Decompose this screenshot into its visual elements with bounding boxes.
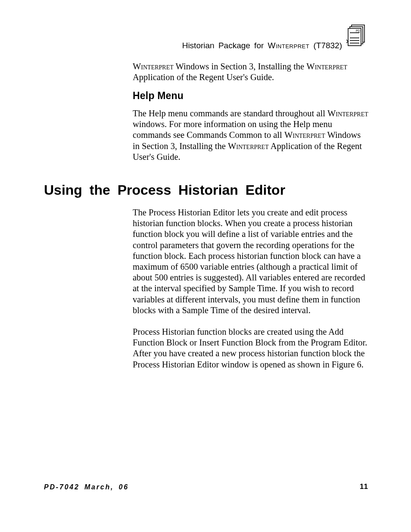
help-menu-heading: Help Menu (133, 90, 184, 102)
intro-paragraph-continuation: Winterpret Windows in Section 3, Install… (133, 61, 369, 83)
section-heading: Using the Process Historian Editor (44, 182, 285, 198)
running-header-text-post: (T7832) (309, 41, 342, 50)
running-header-text-pre: Historian Package for (182, 41, 268, 50)
smallcaps-winterpret: Winterpret (327, 109, 368, 118)
help-menu-paragraph: The Help menu commands are standard thro… (133, 108, 369, 162)
footer-page-number: 11 (360, 482, 368, 491)
pd-icon-label: PD (356, 29, 360, 32)
smallcaps-winterpret: Winterpret (133, 62, 174, 71)
running-header-smallcaps: Winterpret (268, 41, 310, 50)
text: Application of the Regent User's Guide. (133, 72, 274, 82)
page: Historian Package for Winterpret (T7832)… (0, 0, 411, 532)
smallcaps-winterpret: Winterpret (306, 62, 347, 71)
editor-paragraph-1: The Process Historian Editor lets you cr… (133, 207, 369, 316)
smallcaps-winterpret: Winterpret (284, 130, 325, 140)
running-header: Historian Package for Winterpret (T7832) (182, 41, 342, 50)
text: Windows in Section 3, Installing the (174, 62, 307, 71)
pd-document-icon: PD (346, 24, 368, 48)
editor-paragraph-2: Process Historian function blocks are cr… (133, 327, 369, 370)
smallcaps-winterpret: Winterpret (228, 141, 269, 151)
text: The Help menu commands are standard thro… (133, 109, 327, 118)
footer-doc-id: PD-7042 March, 06 (44, 483, 129, 491)
